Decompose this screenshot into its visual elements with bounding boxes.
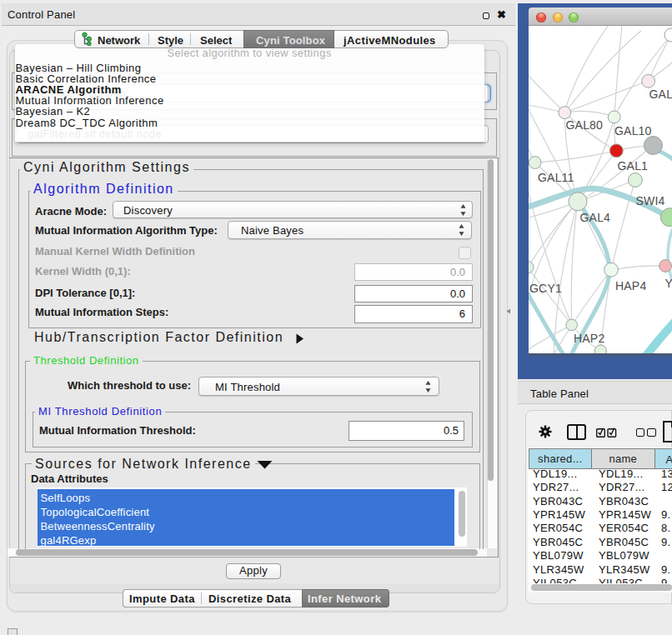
svg-text:HAP2: HAP2 [574,332,604,345]
svg-text:GAL11: GAL11 [538,171,574,184]
svg-text:GAL10: GAL10 [614,124,652,138]
svg-text:Y: Y [665,277,672,290]
svg-text:GAL7: GAL7 [649,88,672,101]
svg-text:GAL80: GAL80 [566,118,604,132]
svg-text:SWI4: SWI4 [636,194,665,208]
svg-text:GAL1: GAL1 [618,159,649,172]
svg-text:GAL4: GAL4 [580,211,611,224]
svg-text:GCY1: GCY1 [529,282,562,295]
svg-text:HAP4: HAP4 [615,279,646,292]
